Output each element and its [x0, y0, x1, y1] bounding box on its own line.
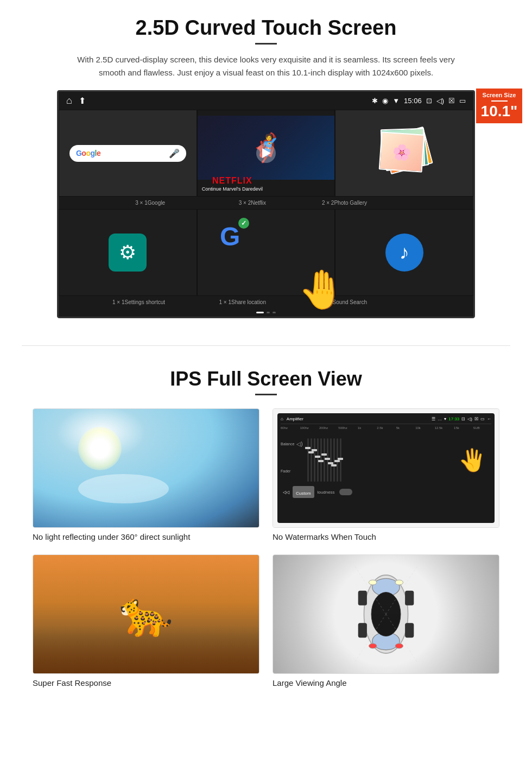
camera-icon: ⊡: [426, 97, 432, 105]
amp-custom-btn[interactable]: Custom: [293, 486, 314, 498]
bar-5: [320, 438, 322, 482]
sunlight-image: [33, 408, 259, 528]
slider-thumb-4: [315, 456, 320, 458]
photo-stack: 🌸: [380, 129, 429, 178]
play-button[interactable]: [256, 143, 276, 163]
slider-thumb-7: [325, 458, 330, 460]
close-icon: ☒: [448, 97, 455, 105]
cheetah-ground: [33, 626, 259, 673]
slider-thumb-2: [308, 451, 314, 453]
slider-track-2: [311, 438, 312, 482]
section1-description: With 2.5D curved-display screen, this de…: [76, 53, 456, 79]
sound-search-cell[interactable]: ♪: [335, 209, 473, 296]
usb-icon: ⬆: [79, 96, 86, 106]
amp-footer: ◁◁ Custom loudness: [281, 484, 491, 500]
top-app-grid: Google 🎤 🦸 NETFLIX Continue Ma: [59, 110, 473, 197]
google-logo: Google: [76, 149, 100, 157]
svg-rect-8: [358, 591, 367, 605]
netflix-app-cell[interactable]: 🦸 NETFLIX Continue Marvel's Daredevil: [197, 110, 335, 197]
g-letter: G: [220, 224, 240, 250]
settings-cell[interactable]: ⚙: [59, 209, 197, 296]
flower-emoji: 🌸: [391, 142, 411, 161]
status-bar: ⌂ ⬆ ✱ ◉ ▼ 15:06 ⊡ ◁) ☒ ▭: [59, 92, 473, 110]
balance-label: Balance: [281, 442, 294, 446]
car-visual: [273, 555, 499, 673]
google-app-cell[interactable]: Google 🎤: [59, 110, 197, 197]
badge-line: [491, 100, 508, 102]
check-badge: ✓: [238, 218, 249, 229]
sound-size-label: [367, 299, 468, 305]
photo-gallery-cell[interactable]: 🌸: [335, 110, 473, 197]
slider-thumb-3: [312, 449, 317, 451]
eq-bars: [305, 430, 344, 484]
music-icon-wrap: ♪: [385, 234, 423, 272]
section-divider: [22, 345, 510, 346]
badge-size: 10.1": [478, 104, 520, 119]
wifi-icon: ▼: [392, 97, 400, 105]
bar-2: [311, 438, 312, 482]
loudness-label: loudness: [318, 490, 335, 495]
fader-label: Fader: [281, 469, 290, 473]
watermark-label: No Watermarks When Touch: [273, 532, 499, 541]
top-app-labels: Google 3 × 1 Netflix 3 × 2 Photo Gallery…: [59, 197, 473, 209]
bar-10: [337, 438, 338, 482]
svg-rect-10: [358, 623, 367, 638]
slider-track-5: [320, 438, 322, 482]
section-ips-screen: IPS Full Screen View No light reflecting…: [0, 362, 532, 704]
music-note-icon: ♪: [400, 241, 409, 264]
bluetooth-icon: ✱: [372, 97, 378, 105]
share-label: Share location 1 × 1: [165, 299, 266, 305]
bar-1: [307, 438, 309, 482]
gear-icon: ⚙: [119, 241, 136, 264]
slider-thumb-10: [334, 460, 340, 462]
badge-label: Screen Size: [478, 92, 520, 98]
empty-label: [367, 200, 468, 206]
feature-cheetah: 🐆 Super Fast Response: [33, 554, 259, 687]
slider-track-3: [314, 438, 315, 482]
netflix-subtitle: Continue Marvel's Daredevil: [202, 186, 263, 192]
amp-title: Amplifier: [287, 417, 303, 421]
slider-thumb-1: [305, 447, 311, 449]
netflix-label: Netflix 3 × 2: [165, 200, 266, 206]
google-label: Google 3 × 1: [64, 200, 165, 206]
svg-point-6: [369, 644, 377, 648]
screen-mockup-wrapper: Screen Size 10.1" ⌂ ⬆ ✱ ◉ ▼ 15:06 ⊡ ◁) ☒: [33, 90, 499, 318]
slider-thumb-6: [321, 453, 327, 456]
slider-thumb-9: [331, 464, 337, 466]
play-arrow: [262, 148, 271, 158]
amp-screen: ⌂ Amplifier ☰…▾ 17:33 ⊡◁)☒▭← 60hz 100hz: [277, 413, 495, 523]
svg-point-5: [395, 580, 403, 585]
car-image: [273, 554, 499, 674]
share-location-cell[interactable]: G ✓ 🤚: [197, 209, 335, 296]
slider-track-7: [327, 438, 328, 482]
slider-thumb-5: [318, 460, 324, 462]
amp-header: ⌂ Amplifier ☰…▾ 17:33 ⊡◁)☒▭←: [281, 417, 491, 424]
photo-card-4: 🌸: [378, 131, 425, 172]
fader-row: Fader: [281, 469, 303, 473]
feature-sunlight: No light reflecting under 360° direct su…: [33, 408, 259, 541]
bottom-app-labels: Settings shortcut 1 × 1 Share location 1…: [59, 296, 473, 308]
bar-6: [324, 438, 325, 482]
sunlight-label: No light reflecting under 360° direct su…: [33, 532, 259, 541]
amp-home: ⌂: [281, 417, 283, 421]
svg-rect-9: [405, 591, 414, 605]
balance-row: Balance ◁): [281, 441, 303, 447]
google-search-bar[interactable]: Google 🎤: [69, 145, 186, 162]
svg-point-4: [369, 580, 377, 585]
google-maps-icon: G ✓: [214, 220, 246, 253]
window-icon: ▭: [459, 97, 466, 105]
amp-custom-label: Custom: [296, 491, 311, 496]
hand-pointing: 🤚: [298, 267, 345, 312]
status-bar-right: ✱ ◉ ▼ 15:06 ⊡ ◁) ☒ ▭: [372, 97, 466, 105]
balance-icon: ◁): [296, 441, 302, 447]
amp-back: ◁◁: [283, 490, 289, 495]
feature-watermark: ⌂ Amplifier ☰…▾ 17:33 ⊡◁)☒▭← 60hz 100hz: [273, 408, 499, 541]
watermark-image: ⌂ Amplifier ☰…▾ 17:33 ⊡◁)☒▭← 60hz 100hz: [273, 408, 499, 528]
slider-track-11: [340, 438, 341, 482]
dot-2: [267, 312, 270, 313]
time-display: 15:06: [404, 97, 422, 105]
slider-thumb-11: [338, 458, 343, 460]
loudness-toggle[interactable]: [339, 489, 352, 495]
netflix-logo: NETFLIX: [202, 176, 263, 185]
home-icon: ⌂: [66, 95, 72, 106]
